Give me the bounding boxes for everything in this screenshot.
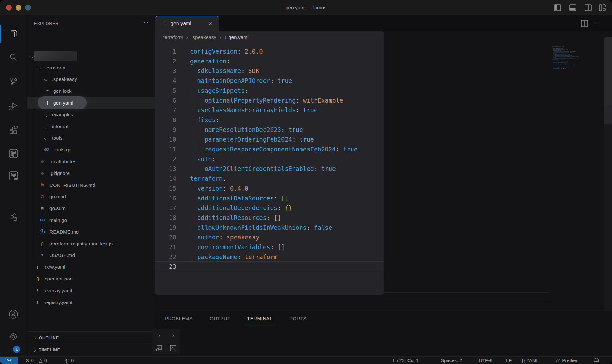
tree-item-readme-md[interactable]: iREADME.md: [27, 226, 155, 238]
tree-item-registry-yaml[interactable]: !registry.yaml: [27, 296, 155, 308]
tree-item-terraform-registry-manifest-js-[interactable]: {}terraform-registry-manifest.js…: [27, 238, 155, 250]
tree-item-gen-lock[interactable]: ≡gen.lock: [27, 85, 155, 97]
toggle-primary-sidebar-icon[interactable]: [553, 4, 562, 12]
panel-tab-problems[interactable]: PROBLEMS: [165, 311, 193, 326]
panel-tab-ports[interactable]: PORTS: [289, 311, 307, 326]
chevron-down-icon: [30, 54, 34, 58]
code-text: maintainOpenAPIOrder: true: [190, 76, 292, 86]
code-line-11[interactable]: 11 requestResponseComponentNamesFeb2024:…: [155, 144, 384, 154]
explorer-activity-icon[interactable]: [0, 22, 26, 45]
code-line-18[interactable]: 18 additionalResources: []: [155, 213, 384, 223]
indentation[interactable]: Spaces: 2: [441, 357, 462, 364]
language-mode[interactable]: {} YAML: [522, 357, 539, 364]
search-activity-icon[interactable]: [0, 46, 26, 69]
code-line-6[interactable]: 6 optionalPropertyRendering: withExample: [155, 96, 384, 106]
notifications-bell-icon[interactable]: [594, 357, 600, 364]
accounts-icon[interactable]: [0, 303, 26, 326]
line-number: 23: [155, 262, 176, 272]
cursor-position[interactable]: Ln 23, Col 1: [393, 357, 419, 364]
code-line-21[interactable]: 21 environmentVariables: []: [155, 242, 384, 252]
code-text: additionalDependencies: {}: [190, 203, 292, 213]
code-line-5[interactable]: 5 usageSnippets:: [155, 86, 384, 96]
source-control-activity-icon[interactable]: [0, 70, 26, 93]
code-editor[interactable]: 1configVersion: 2.0.02generation:3 sdkCl…: [155, 47, 384, 289]
tree-item-overlay-yaml[interactable]: !overlay.yaml: [27, 285, 155, 296]
panel-tab-output[interactable]: OUTPUT: [210, 311, 230, 326]
editor-area: ! gen.yaml × ··· terraform›.speakeasy›!g…: [155, 15, 612, 311]
tree-item-tools[interactable]: tools: [27, 132, 155, 144]
broadcast-status[interactable]: 0: [64, 357, 74, 364]
code-line-15[interactable]: 15 version: 0.4.0: [155, 184, 384, 193]
code-line-2[interactable]: 2generation:: [155, 56, 384, 66]
chevron-right-icon[interactable]: ›: [166, 329, 180, 341]
tree-item-new-yaml[interactable]: !new.yaml: [27, 261, 155, 273]
encoding[interactable]: UTF-8: [479, 357, 492, 364]
tree-item-openapi-json[interactable]: {}openapi.json: [27, 273, 155, 285]
tree-item-usage-md[interactable]: ▼USAGE.md: [27, 249, 155, 261]
code-line-17[interactable]: 17 additionalDependencies: {}: [155, 203, 384, 213]
code-line-7[interactable]: 7 useClassNamesForArrayFields: true: [155, 105, 384, 115]
code-line-13[interactable]: 13 oAuth2ClientCredentialsEnabled: true: [155, 164, 384, 174]
close-tab-icon[interactable]: ×: [208, 16, 212, 31]
breadcrumb[interactable]: terraform›.speakeasy›!gen.yaml: [163, 31, 249, 43]
customize-layout-icon[interactable]: [598, 4, 606, 12]
tree-item-terraform[interactable]: terraform: [27, 62, 155, 74]
chevron-right-icon[interactable]: ›: [152, 329, 166, 341]
tools-config-activity-icon[interactable]: [0, 205, 26, 228]
run-debug-activity-icon[interactable]: [0, 94, 26, 117]
code-line-10[interactable]: 10 parameterOrderingFeb2024: true: [155, 135, 384, 144]
tree-item--gitignore[interactable]: ◆.gitignore: [27, 167, 155, 179]
toggle-panel-icon[interactable]: [569, 4, 577, 12]
minimap[interactable]: configVersion: 2.0.0generation: sdkClass…: [552, 46, 581, 70]
terraform-cloud-activity-icon[interactable]: [0, 164, 26, 187]
breadcrumb-item[interactable]: .speakeasy: [191, 34, 216, 40]
code-line-19[interactable]: 19 allowUnknownFieldsInWeakUnions: false: [155, 223, 384, 233]
timeline-section-header[interactable]: TIMELINE: [27, 344, 155, 356]
extensions-activity-icon[interactable]: [0, 119, 26, 142]
breadcrumb-item[interactable]: terraform: [163, 34, 183, 40]
code-text: environmentVariables: []: [190, 242, 285, 252]
settings-gear-icon[interactable]: [0, 325, 26, 348]
workspace-name-redacted[interactable]: [34, 51, 77, 61]
tree-item-go-sum[interactable]: ≡go.sum: [27, 202, 155, 214]
eol-sequence[interactable]: LF: [506, 357, 512, 364]
code-line-8[interactable]: 8 fixes:: [155, 115, 384, 125]
tree-item-go-mod[interactable]: ᗢgo.mod: [27, 191, 155, 202]
code-line-16[interactable]: 16 additionalDataSources: []: [155, 193, 384, 203]
code-line-9[interactable]: 9 nameResolutionDec2023: true: [155, 125, 384, 135]
problems-status[interactable]: ⊗0 △0: [26, 357, 47, 364]
tree-item--gitattributes[interactable]: ◆.gitattributes: [27, 156, 155, 167]
code-text: version: 0.4.0: [190, 184, 248, 193]
editor-more-actions-icon[interactable]: ···: [594, 20, 600, 26]
tree-item--speakeasy[interactable]: .speakeasy: [27, 73, 155, 85]
code-line-4[interactable]: 4 maintainOpenAPIOrder: true: [155, 76, 384, 86]
debug-console-icon[interactable]: [152, 343, 166, 353]
split-editor-icon[interactable]: [580, 19, 589, 28]
code-text: oAuth2ClientCredentialsEnabled: true: [190, 164, 336, 174]
code-line-1[interactable]: 1configVersion: 2.0.0: [155, 47, 384, 56]
code-line-22[interactable]: 22 packageName: terraform: [155, 252, 384, 262]
tree-item-tools-go[interactable]: GOtools.go: [27, 144, 155, 156]
chevron-right-icon: [44, 113, 48, 117]
terraform-activity-icon[interactable]: [0, 142, 26, 165]
formatter-status[interactable]: ✓✓Prettier: [555, 357, 578, 364]
code-line-23[interactable]: 23: [155, 262, 384, 272]
tree-item-contributing-md[interactable]: ⚑CONTRIBUTING.md: [27, 179, 155, 191]
toggle-secondary-sidebar-icon[interactable]: [584, 4, 592, 12]
breadcrumb-item[interactable]: gen.yaml: [229, 34, 249, 40]
code-line-3[interactable]: 3 sdkClassName: SDK: [155, 66, 384, 76]
tree-item-gen-yaml[interactable]: !gen.yaml: [27, 97, 155, 109]
tree-item-internal[interactable]: internal: [27, 120, 155, 132]
code-line-20[interactable]: 20 author: speakeasy: [155, 232, 384, 242]
terminal-icon[interactable]: [166, 343, 180, 353]
remote-indicator[interactable]: ><: [0, 357, 18, 364]
tree-item-workspace[interactable]: [27, 50, 155, 62]
code-line-14[interactable]: 14terraform:: [155, 174, 384, 184]
panel-tab-terminal[interactable]: TERMINAL: [247, 311, 273, 326]
tree-item-main-go[interactable]: GOmain.go: [27, 214, 155, 226]
tree-item-examples[interactable]: examples: [27, 109, 155, 120]
code-line-12[interactable]: 12 auth:: [155, 154, 384, 164]
list-file-icon: ≡: [41, 202, 44, 214]
tab-gen-yaml[interactable]: ! gen.yaml ×: [155, 16, 219, 31]
outline-section-header[interactable]: OUTLINE: [27, 331, 155, 344]
